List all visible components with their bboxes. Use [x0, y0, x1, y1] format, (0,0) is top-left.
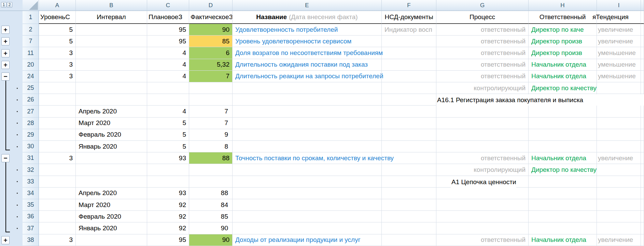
cell-I31[interactable]: увеличение — [597, 152, 641, 164]
cell-I35[interactable] — [597, 199, 641, 211]
cell-H2[interactable]: Директор по каче — [529, 24, 597, 36]
cell-C34[interactable]: 93 — [147, 188, 189, 199]
cell-H27[interactable] — [529, 106, 597, 117]
cell-D38[interactable]: 90 — [189, 234, 233, 246]
cell-A24[interactable]: 3 — [39, 71, 76, 82]
cell-F33[interactable] — [382, 176, 436, 188]
cell-D26[interactable] — [189, 94, 233, 106]
cell-I29[interactable] — [597, 129, 641, 141]
cell-A20[interactable]: 3 — [39, 59, 76, 71]
cell-A28[interactable] — [39, 118, 76, 129]
cell-E32[interactable] — [233, 164, 382, 176]
cell-F2[interactable]: Индикатор восп — [382, 24, 436, 36]
cell-F1[interactable]: НСД-документы — [382, 11, 436, 24]
cell-G24[interactable]: ответственный — [436, 71, 529, 82]
cell-C37[interactable]: 92 — [147, 222, 189, 234]
column-header-C[interactable]: C — [147, 0, 189, 11]
cell-G2[interactable]: ответственный — [436, 24, 529, 36]
cell-H28[interactable] — [529, 118, 597, 129]
cell-F11[interactable] — [382, 47, 436, 59]
cell-A2[interactable]: 5 — [39, 24, 76, 36]
cell-I11[interactable]: уменьшение — [597, 47, 641, 59]
row-header-30[interactable]: 30 — [23, 141, 39, 152]
row-header-24[interactable]: 24 — [23, 71, 39, 82]
cell-E24[interactable]: Длительность реакции на запросы потребит… — [233, 71, 382, 82]
cell-D27[interactable]: 7 — [189, 106, 233, 117]
cell-D7[interactable]: 85 — [189, 36, 233, 47]
cell-B29[interactable]: Февраль 2020 — [76, 129, 147, 141]
row-header-25[interactable]: 25 — [23, 82, 39, 94]
cell-I25[interactable] — [597, 82, 641, 94]
cell-A30[interactable] — [39, 141, 76, 152]
cell-A26[interactable] — [39, 94, 76, 106]
column-header-E[interactable]: E — [233, 0, 382, 11]
cell-E20[interactable]: Длительность ожидания поставки под заказ — [233, 59, 382, 71]
cell-E29[interactable] — [233, 129, 382, 141]
cell-G36[interactable] — [436, 211, 529, 222]
cell-C11[interactable]: 4 — [147, 47, 189, 59]
row-header-26[interactable]: 26 — [23, 94, 39, 106]
cell-E28[interactable] — [233, 118, 382, 129]
cell-B20[interactable] — [76, 59, 147, 71]
cell-D29[interactable]: 9 — [189, 129, 233, 141]
cell-B34[interactable]: Апрель 2020 — [76, 188, 147, 199]
cell-B7[interactable] — [76, 36, 147, 47]
spanning-text-row33[interactable]: А1 Цепочка ценности — [451, 176, 516, 188]
cell-H34[interactable] — [529, 188, 597, 199]
cell-G31[interactable]: ответственный — [436, 152, 529, 164]
cell-B30[interactable]: Январь 2020 — [76, 141, 147, 152]
cell-C29[interactable]: 5 — [147, 129, 189, 141]
cell-C32[interactable] — [147, 164, 189, 176]
cell-A33[interactable] — [39, 176, 76, 188]
cell-C1[interactable]: ПлановоеЗ — [147, 11, 189, 24]
cell-E31[interactable]: Точность поставки по срокам, количеству … — [233, 152, 382, 164]
cell-A38[interactable]: 3 — [39, 234, 76, 246]
row-header-35[interactable]: 35 — [23, 199, 39, 211]
cell-I33[interactable] — [597, 176, 641, 188]
cell-G38[interactable]: ответственный — [436, 234, 529, 246]
row-header-28[interactable]: 28 — [23, 118, 39, 129]
cell-D31[interactable]: 88 — [189, 152, 233, 164]
cell-A36[interactable] — [39, 211, 76, 222]
cell-F37[interactable] — [382, 222, 436, 234]
cell-I34[interactable] — [597, 188, 641, 199]
cell-B35[interactable]: Март 2020 — [76, 199, 147, 211]
cell-H29[interactable] — [529, 129, 597, 141]
cell-A29[interactable] — [39, 129, 76, 141]
column-header-A[interactable]: A — [39, 0, 76, 11]
cell-H11[interactable]: Директор произв — [529, 47, 597, 59]
cell-H38[interactable]: Начальник отдела — [529, 234, 597, 246]
cell-E11[interactable]: Доля возратов по несоответствиям требова… — [233, 47, 382, 59]
cell-E36[interactable] — [233, 211, 382, 222]
cell-I38[interactable]: увеличение — [597, 234, 641, 246]
row-header-1[interactable]: 1 — [23, 11, 39, 24]
row-header-34[interactable]: 34 — [23, 188, 39, 199]
cell-B27[interactable]: Апрель 2020 — [76, 106, 147, 117]
cell-I2[interactable]: увеличение — [597, 24, 641, 36]
cell-G20[interactable]: ответственный — [436, 59, 529, 71]
cell-E30[interactable] — [233, 141, 382, 152]
cell-F35[interactable] — [382, 199, 436, 211]
cell-G35[interactable] — [436, 199, 529, 211]
cell-I7[interactable]: увеличение — [597, 36, 641, 47]
cell-F30[interactable] — [382, 141, 436, 152]
cell-A31[interactable]: 3 — [39, 152, 76, 164]
cell-C2[interactable]: 95 — [147, 24, 189, 36]
row-header-31[interactable]: 31 — [23, 152, 39, 164]
cell-D11[interactable]: 6 — [189, 47, 233, 59]
row-header-33[interactable]: 33 — [23, 176, 39, 188]
cell-G32[interactable]: контролирующий — [436, 164, 529, 176]
cell-E25[interactable] — [233, 82, 382, 94]
row-header-38[interactable]: 38 — [23, 234, 39, 246]
cell-B38[interactable] — [76, 234, 147, 246]
cell-A34[interactable] — [39, 188, 76, 199]
cell-F38[interactable] — [382, 234, 436, 246]
cell-G27[interactable] — [436, 106, 529, 117]
cell-B37[interactable]: Январь 2020 — [76, 222, 147, 234]
cell-D35[interactable]: 84 — [189, 199, 233, 211]
cell-E34[interactable] — [233, 188, 382, 199]
cell-E35[interactable] — [233, 199, 382, 211]
row-header-29[interactable]: 29 — [23, 129, 39, 141]
cell-D24[interactable]: 7 — [189, 71, 233, 82]
cell-H20[interactable]: Начальник отдела — [529, 59, 597, 71]
